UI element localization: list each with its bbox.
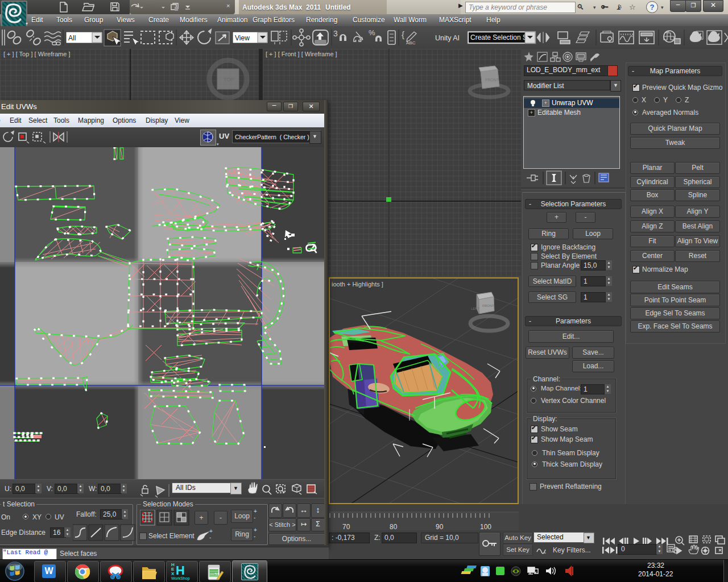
svg-text:90: 90 xyxy=(436,523,444,530)
svg-text:All: All xyxy=(68,34,76,42)
svg-text:ABC: ABC xyxy=(406,40,416,45)
svg-text:{: { xyxy=(402,30,404,39)
svg-text:LEFT: LEFT xyxy=(471,307,479,310)
svg-text:80: 80 xyxy=(390,523,398,530)
svg-text:70: 70 xyxy=(342,523,350,530)
svg-text:FRONT: FRONT xyxy=(482,304,494,307)
svg-text:Key Filters...: Key Filters... xyxy=(553,546,591,554)
svg-text:Create Selection Se: Create Selection Se xyxy=(470,34,531,41)
svg-text:TOP: TOP xyxy=(224,77,234,82)
svg-text:FRONT: FRONT xyxy=(485,78,499,82)
svg-text:Unity AI: Unity AI xyxy=(435,34,460,42)
svg-text:3: 3 xyxy=(333,29,338,38)
svg-text:—++: —++ xyxy=(210,571,220,576)
svg-text:View: View xyxy=(235,34,250,42)
svg-text:%: % xyxy=(369,28,375,37)
svg-text:100: 100 xyxy=(480,523,491,530)
